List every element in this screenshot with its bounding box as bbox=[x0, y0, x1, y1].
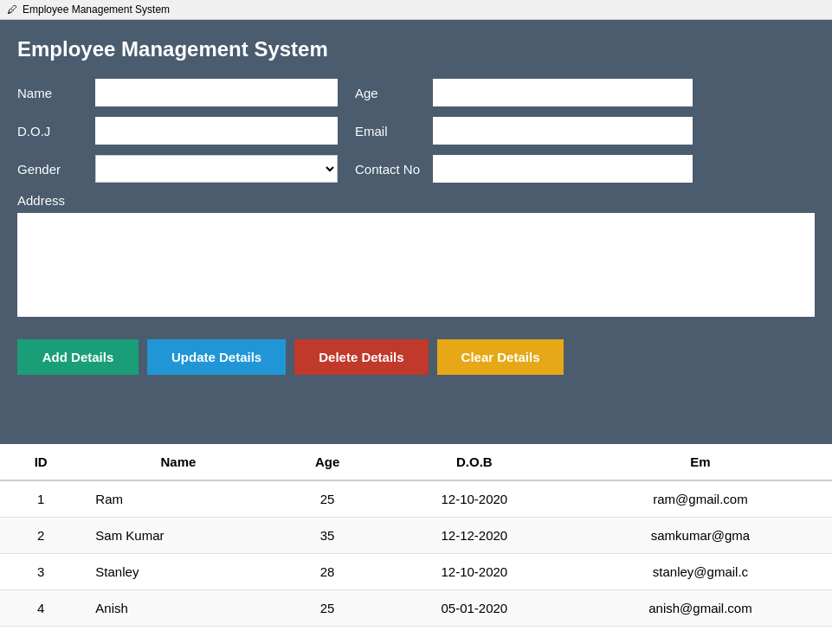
gender-group: Gender Male Female Other bbox=[17, 155, 338, 183]
doj-label: D.O.J bbox=[17, 124, 87, 138]
cell-age: 35 bbox=[275, 518, 380, 554]
cell-email: samkumar@gma bbox=[569, 518, 832, 554]
title-bar-text: Employee Management System bbox=[23, 3, 170, 16]
gender-label: Gender bbox=[17, 162, 87, 177]
cell-name: Stanley bbox=[81, 554, 274, 590]
gender-select[interactable]: Male Female Other bbox=[95, 155, 338, 183]
contact-label: Contact No bbox=[355, 162, 424, 177]
contact-group: Contact No bbox=[355, 155, 693, 183]
cell-email: stanley@gmail.c bbox=[569, 554, 832, 590]
email-input[interactable] bbox=[433, 117, 693, 145]
cell-dob: 12-12-2020 bbox=[380, 518, 569, 554]
cell-name: Ram bbox=[81, 480, 274, 518]
main-container: Employee Management System Name Age D.O.… bbox=[0, 20, 832, 444]
address-textarea[interactable] bbox=[17, 213, 815, 317]
address-label: Address bbox=[17, 193, 815, 208]
name-label: Name bbox=[17, 86, 87, 100]
cell-id: 1 bbox=[0, 480, 81, 518]
age-label: Age bbox=[355, 86, 424, 100]
cell-id: 3 bbox=[0, 554, 81, 590]
doj-group: D.O.J bbox=[17, 117, 338, 145]
age-input[interactable] bbox=[433, 79, 693, 106]
table-row[interactable]: 2 Sam Kumar 35 12-12-2020 samkumar@gma bbox=[0, 518, 832, 554]
title-bar: 🖊 Employee Management System bbox=[0, 0, 832, 20]
update-details-button[interactable]: Update Details bbox=[147, 339, 286, 375]
cell-age: 28 bbox=[275, 554, 380, 590]
form-section: Name Age D.O.J Email Gender bbox=[17, 79, 815, 387]
contact-input[interactable] bbox=[433, 155, 693, 183]
employee-table: ID Name Age D.O.B Em 1 Ram 25 12-10-2020… bbox=[0, 444, 832, 627]
address-row: Address bbox=[17, 193, 815, 317]
cell-name: Sam Kumar bbox=[81, 518, 274, 554]
cell-name: Anish bbox=[81, 590, 274, 627]
col-age: Age bbox=[275, 444, 380, 480]
name-group: Name bbox=[17, 79, 338, 106]
form-row-2: D.O.J Email bbox=[17, 117, 815, 145]
cell-id: 2 bbox=[0, 518, 81, 554]
col-email: Em bbox=[569, 444, 832, 480]
title-bar-icon: 🖊 bbox=[7, 3, 17, 16]
cell-email: ram@gmail.com bbox=[569, 480, 832, 518]
app-title: Employee Management System bbox=[17, 37, 815, 61]
cell-age: 25 bbox=[275, 590, 380, 627]
cell-age: 25 bbox=[275, 480, 380, 518]
name-input[interactable] bbox=[95, 79, 338, 106]
col-dob: D.O.B bbox=[380, 444, 569, 480]
col-id: ID bbox=[0, 444, 81, 480]
table-row[interactable]: 3 Stanley 28 12-10-2020 stanley@gmail.c bbox=[0, 554, 832, 590]
delete-details-button[interactable]: Delete Details bbox=[294, 339, 428, 375]
table-header-row: ID Name Age D.O.B Em bbox=[0, 444, 832, 480]
cell-email: anish@gmail.com bbox=[569, 590, 832, 627]
email-group: Email bbox=[355, 117, 693, 145]
cell-dob: 05-01-2020 bbox=[380, 590, 569, 627]
form-row-3: Gender Male Female Other Contact No bbox=[17, 155, 815, 183]
buttons-row: Add Details Update Details Delete Detail… bbox=[17, 327, 815, 387]
table-row[interactable]: 4 Anish 25 05-01-2020 anish@gmail.com bbox=[0, 590, 832, 627]
cell-id: 4 bbox=[0, 590, 81, 627]
cell-dob: 12-10-2020 bbox=[380, 480, 569, 518]
table-row[interactable]: 1 Ram 25 12-10-2020 ram@gmail.com bbox=[0, 480, 832, 518]
age-group: Age bbox=[355, 79, 693, 106]
email-label: Email bbox=[355, 124, 424, 138]
clear-details-button[interactable]: Clear Details bbox=[437, 339, 564, 375]
cell-dob: 12-10-2020 bbox=[380, 554, 569, 590]
form-row-1: Name Age bbox=[17, 79, 815, 106]
doj-input[interactable] bbox=[95, 117, 338, 145]
col-name: Name bbox=[81, 444, 274, 480]
table-section: ID Name Age D.O.B Em 1 Ram 25 12-10-2020… bbox=[0, 444, 832, 627]
add-details-button[interactable]: Add Details bbox=[17, 339, 139, 375]
